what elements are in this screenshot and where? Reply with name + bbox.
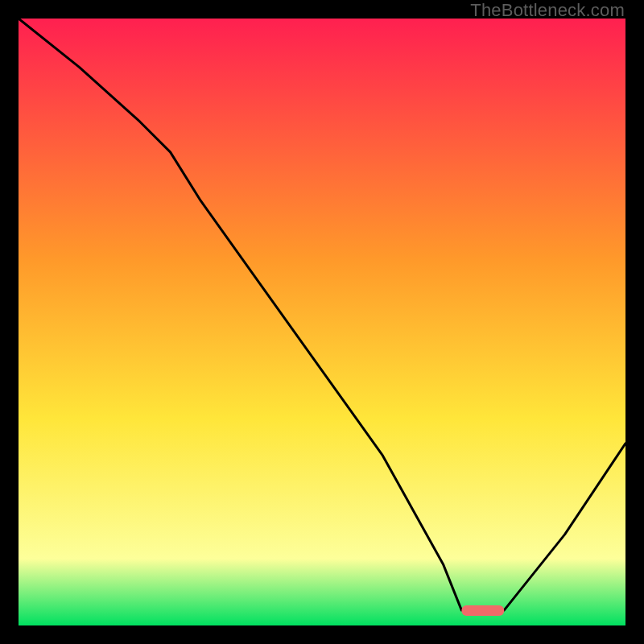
gradient-background [19,19,625,625]
optimal-marker [461,605,504,616]
bottleneck-chart [19,19,625,625]
plot-area [19,19,625,625]
chart-frame: TheBottleneck.com [0,0,644,644]
